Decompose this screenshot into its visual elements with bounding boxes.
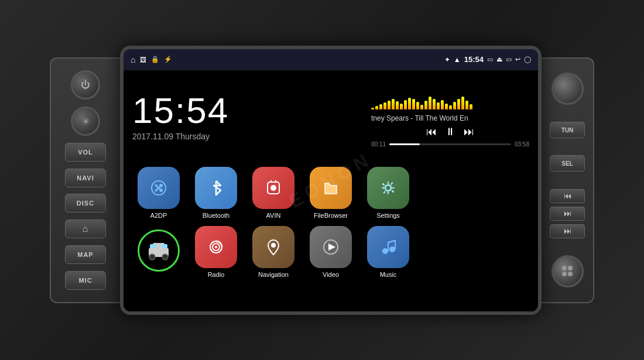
- viz-bar: [388, 101, 390, 109]
- screen-bezel: EONON ⌂ 🖼 🔒 ⚡ ✦ ▲ 15:54 ▭ ⏏ ▭ ↩: [120, 46, 542, 315]
- filebrowser-label: FileBrowser: [314, 212, 348, 219]
- svg-line-19: [388, 241, 395, 242]
- apps-row-2: Radio Navigation: [135, 226, 526, 278]
- android-icon: ◯: [524, 56, 531, 63]
- svg-rect-8: [162, 244, 167, 248]
- navigation-label: Navigation: [258, 271, 289, 278]
- navi-button[interactable]: NAVI: [65, 169, 106, 187]
- music-icon: [367, 226, 409, 268]
- svg-point-9: [149, 254, 155, 260]
- viz-bar: [416, 102, 419, 109]
- usb-icon: ⚡: [164, 56, 172, 63]
- svg-point-13: [215, 246, 217, 248]
- dots-button[interactable]: [551, 255, 584, 287]
- app-a2dp[interactable]: A2DP: [135, 167, 182, 219]
- viz-bar: [429, 97, 431, 109]
- music-progress: 00:11 03:58: [371, 141, 529, 148]
- music-label: Music: [380, 271, 397, 278]
- mic-button[interactable]: MIC: [65, 271, 106, 290]
- avin-label: AVIN: [266, 212, 281, 219]
- radio-icon: [195, 226, 237, 268]
- viz-bar: [396, 101, 399, 109]
- status-right: ✦ ▲ 15:54 ▭ ⏏ ▭ ↩ ◯: [444, 55, 531, 64]
- svg-point-22: [562, 272, 567, 276]
- progress-fill: [389, 143, 420, 145]
- app-settings[interactable]: Settings: [365, 167, 412, 219]
- skip-button[interactable]: ⏭: [550, 224, 585, 238]
- car-icon: [138, 229, 180, 272]
- vol-button[interactable]: VOL: [65, 143, 106, 162]
- bluetooth-label: Bluetooth: [203, 212, 229, 219]
- video-label: Video: [323, 271, 339, 278]
- app-video[interactable]: Video: [307, 226, 354, 278]
- play-pause-button[interactable]: ⏸: [445, 126, 455, 138]
- svg-point-20: [562, 266, 567, 270]
- settings-icon: [367, 167, 409, 209]
- viz-bar: [433, 99, 436, 109]
- prev-track-button[interactable]: ⏮: [426, 126, 437, 138]
- screen-icon: ▭: [506, 56, 512, 63]
- total-time: 03:58: [515, 141, 529, 148]
- app-music[interactable]: Music: [365, 226, 412, 278]
- tun-button[interactable]: TUN: [550, 122, 585, 138]
- app-navigation[interactable]: Navigation: [250, 226, 297, 278]
- next-track-button[interactable]: ⏭: [464, 126, 474, 138]
- home-icon[interactable]: ⌂: [131, 55, 135, 64]
- svg-point-5: [385, 185, 391, 191]
- home-button[interactable]: ⌂: [65, 220, 106, 238]
- viz-bar: [445, 104, 448, 109]
- viz-bar: [371, 108, 374, 109]
- music-visualizer: [371, 86, 529, 109]
- app-car[interactable]: [135, 229, 182, 275]
- back-icon: ↩: [515, 56, 520, 63]
- bluetooth-status-icon: ✦: [444, 56, 450, 64]
- status-time: 15:54: [464, 55, 484, 64]
- music-section: tney Spears - Till The World En ⏮ ⏸ ⏭ 00…: [365, 76, 529, 158]
- next-button[interactable]: ⏭: [550, 207, 585, 221]
- viz-bar: [400, 104, 403, 109]
- viz-bar: [408, 98, 411, 109]
- wifi-icon: ▲: [454, 56, 461, 64]
- apps-grid: A2DP Bluetooth: [124, 164, 538, 284]
- svg-point-21: [568, 266, 573, 270]
- asterisk-knob[interactable]: ✳: [71, 107, 100, 136]
- viz-bar: [470, 104, 472, 109]
- elapsed-time: 00:11: [371, 141, 386, 148]
- viz-bar: [457, 99, 460, 109]
- app-avin[interactable]: AVIN: [250, 167, 297, 219]
- svg-point-17: [382, 248, 388, 254]
- progress-bar[interactable]: [389, 143, 511, 145]
- map-button[interactable]: MAP: [65, 245, 106, 264]
- viz-bar: [379, 104, 382, 109]
- clock-section: 15:54 2017.11.09 Thursday: [132, 76, 359, 158]
- clock-time: 15:54: [132, 92, 359, 129]
- navigation-icon: [252, 226, 294, 268]
- prev-button[interactable]: ⏮: [550, 189, 585, 203]
- svg-marker-16: [328, 244, 335, 251]
- svg-point-23: [568, 272, 573, 276]
- disc-button[interactable]: DISC: [65, 194, 106, 212]
- svg-point-18: [389, 246, 395, 252]
- eject-icon: ⏏: [496, 56, 502, 63]
- sel-button[interactable]: SEL: [550, 155, 585, 172]
- main-content: 15:54 2017.11.09 Thursday tney Spears - …: [124, 70, 538, 311]
- status-left: ⌂ 🖼 🔒 ⚡: [131, 55, 172, 64]
- app-filebrowser[interactable]: FileBrowser: [307, 167, 354, 219]
- app-bluetooth[interactable]: Bluetooth: [193, 167, 239, 219]
- video-icon: [310, 226, 352, 268]
- tun-knob[interactable]: [551, 73, 584, 105]
- viz-bar: [441, 100, 444, 109]
- a2dp-icon: [138, 167, 180, 209]
- apps-row-1: A2DP Bluetooth: [135, 167, 526, 219]
- avin-icon: [252, 167, 294, 209]
- app-radio[interactable]: Radio: [193, 226, 239, 278]
- power-knob[interactable]: ⏻: [71, 70, 100, 100]
- media-buttons: ⏮ ⏭ ⏭: [550, 189, 585, 238]
- viz-bar: [424, 101, 427, 109]
- settings-label: Settings: [376, 212, 400, 219]
- left-panel: ⏻ ✳ VOL NAVI DISC ⌂ MAP MIC: [50, 57, 120, 303]
- viz-bar: [465, 101, 468, 109]
- viz-bar: [420, 105, 423, 109]
- svg-point-14: [271, 243, 276, 248]
- status-bar: ⌂ 🖼 🔒 ⚡ ✦ ▲ 15:54 ▭ ⏏ ▭ ↩ ◯: [124, 49, 538, 70]
